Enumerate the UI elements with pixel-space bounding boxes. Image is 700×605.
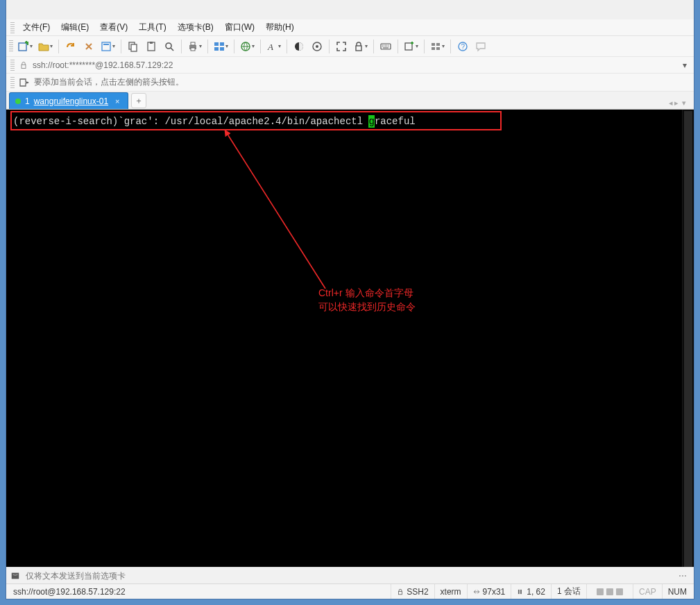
menu-file[interactable]: 文件(F) xyxy=(17,20,56,35)
svg-rect-16 xyxy=(214,47,219,51)
tab-list-button[interactable]: ▾ xyxy=(680,99,688,108)
help-button[interactable]: ? xyxy=(454,38,471,55)
svg-text:A: A xyxy=(267,42,273,52)
find-button[interactable] xyxy=(161,38,178,55)
svg-rect-28 xyxy=(432,47,435,50)
lock-icon xyxy=(19,61,28,69)
svg-rect-4 xyxy=(102,42,110,51)
menubar-grip[interactable] xyxy=(10,22,15,33)
copy-button[interactable] xyxy=(125,38,142,55)
svg-point-10 xyxy=(166,43,171,49)
tile-button[interactable]: ▾ xyxy=(428,38,447,55)
toolbar-grip[interactable] xyxy=(9,40,13,53)
fullscreen-button[interactable] xyxy=(333,38,350,55)
address-dropdown[interactable]: ▾ xyxy=(680,60,690,70)
lock-button[interactable]: ▾ xyxy=(351,38,370,55)
terminal-line-prefix: (reverse-i-search)`grac': /usr/local/apa… xyxy=(13,116,368,127)
status-size: 97x31 xyxy=(468,584,512,599)
tip-bar: 要添加当前会话，点击左侧的箭头按钮。 xyxy=(6,74,694,92)
disconnect-button[interactable] xyxy=(80,38,97,55)
client-area: 文件(F) 编辑(E) 查看(V) 工具(T) 选项卡(B) 窗口(W) 帮助(… xyxy=(6,19,694,599)
svg-text:?: ? xyxy=(461,43,466,51)
status-connection: ssh://root@192.168.57.129:22 xyxy=(8,584,216,599)
svg-rect-13 xyxy=(191,48,195,51)
menu-tools[interactable]: 工具(T) xyxy=(133,20,171,35)
terminal-output[interactable]: (reverse-i-search)`grac': /usr/local/apa… xyxy=(6,110,694,567)
tab-nav: ◂ ▸ ▾ xyxy=(669,99,691,109)
status-cap: CAP xyxy=(633,584,663,599)
properties-button[interactable]: ▾ xyxy=(99,38,117,55)
sessions-button[interactable]: ▾ xyxy=(212,38,230,55)
paste-button[interactable] xyxy=(143,38,160,55)
color-scheme-button[interactable] xyxy=(291,38,307,55)
keyboard-button[interactable] xyxy=(377,38,394,55)
svg-point-22 xyxy=(316,45,318,48)
new-session-button[interactable]: ▾ xyxy=(16,38,35,55)
tab-prev-button[interactable]: ◂ xyxy=(669,99,673,108)
svg-rect-3 xyxy=(19,43,26,51)
app-window: 文件(F) 编辑(E) 查看(V) 工具(T) 选项卡(B) 窗口(W) 帮助(… xyxy=(6,0,694,599)
tab-index: 1 xyxy=(25,96,30,106)
svg-rect-12 xyxy=(191,42,195,45)
terminal-cursor: g xyxy=(368,115,374,128)
terminal-scrollbar[interactable] xyxy=(682,110,694,567)
menu-view[interactable]: 查看(V) xyxy=(94,20,133,35)
svg-rect-34 xyxy=(12,572,19,579)
tab-close-button[interactable]: × xyxy=(112,96,122,106)
svg-rect-5 xyxy=(103,44,109,45)
svg-rect-17 xyxy=(220,47,224,51)
svg-rect-36 xyxy=(518,589,520,593)
svg-rect-14 xyxy=(214,42,219,46)
menu-help[interactable]: 帮助(H) xyxy=(260,20,300,35)
new-window-button[interactable]: ▾ xyxy=(402,38,420,55)
open-session-button[interactable]: ▾ xyxy=(36,38,55,55)
tipbar-grip[interactable] xyxy=(10,77,15,88)
add-session-arrow-icon[interactable] xyxy=(19,78,30,87)
svg-rect-26 xyxy=(432,43,435,46)
addressbar-grip[interactable] xyxy=(10,60,15,71)
status-termtype: xterm xyxy=(435,584,468,599)
svg-rect-27 xyxy=(436,43,440,46)
chat-button[interactable] xyxy=(472,38,489,55)
compose-options-button[interactable]: ⋯ xyxy=(676,571,690,581)
tab-bar: 1 wangruifenglinux-01 × ＋ ◂ ▸ ▾ xyxy=(6,92,694,110)
reconnect-button[interactable] xyxy=(62,38,79,55)
language-button[interactable]: ▾ xyxy=(238,38,257,55)
status-cursor: 1, 62 xyxy=(511,584,552,599)
svg-rect-9 xyxy=(150,42,153,44)
svg-rect-23 xyxy=(356,46,361,51)
compose-input[interactable] xyxy=(26,571,672,581)
toolbar: ▾ ▾ ▾ xyxy=(6,36,694,57)
menubar: 文件(F) 编辑(E) 查看(V) 工具(T) 选项卡(B) 窗口(W) 帮助(… xyxy=(6,19,694,36)
tab-session-1[interactable]: 1 wangruifenglinux-01 × xyxy=(9,92,128,109)
menu-tabs[interactable]: 选项卡(B) xyxy=(172,20,219,35)
status-protocol: SSH2 xyxy=(391,584,434,599)
svg-rect-32 xyxy=(22,65,26,68)
terminal-line-suffix: raceful xyxy=(375,116,416,127)
svg-rect-7 xyxy=(131,44,137,51)
svg-rect-35 xyxy=(399,591,402,594)
font-button[interactable]: A ▾ xyxy=(264,38,283,55)
address-bar: ssh://root:********@192.168.57.129:22 ▾ xyxy=(6,57,694,74)
tip-text: 要添加当前会话，点击左侧的箭头按钮。 xyxy=(34,76,184,88)
print-button[interactable]: ▾ xyxy=(185,38,204,55)
svg-rect-37 xyxy=(520,589,522,593)
menu-window[interactable]: 窗口(W) xyxy=(219,20,260,35)
encoding-button[interactable] xyxy=(309,38,325,55)
tab-add-button[interactable]: ＋ xyxy=(131,93,146,108)
tab-label: wangruifenglinux-01 xyxy=(34,96,108,106)
status-indicator-icons xyxy=(587,584,633,599)
address-text[interactable]: ssh://root:********@192.168.57.129:22 xyxy=(33,60,676,70)
compose-bar: ⋯ xyxy=(6,567,694,583)
compose-send-icon[interactable] xyxy=(10,571,22,581)
status-bar: ssh://root@192.168.57.129:22 SSH2 xterm … xyxy=(6,583,694,599)
svg-rect-29 xyxy=(436,47,440,50)
tab-next-button[interactable]: ▸ xyxy=(674,99,678,108)
status-sessions: 1 会话 xyxy=(552,584,587,599)
menu-edit[interactable]: 编辑(E) xyxy=(56,20,94,35)
status-dot-icon xyxy=(15,99,21,104)
terminal[interactable]: (reverse-i-search)`grac': /usr/local/apa… xyxy=(6,110,694,567)
svg-rect-25 xyxy=(405,43,412,50)
svg-rect-15 xyxy=(220,42,224,46)
status-num: NUM xyxy=(663,584,692,599)
